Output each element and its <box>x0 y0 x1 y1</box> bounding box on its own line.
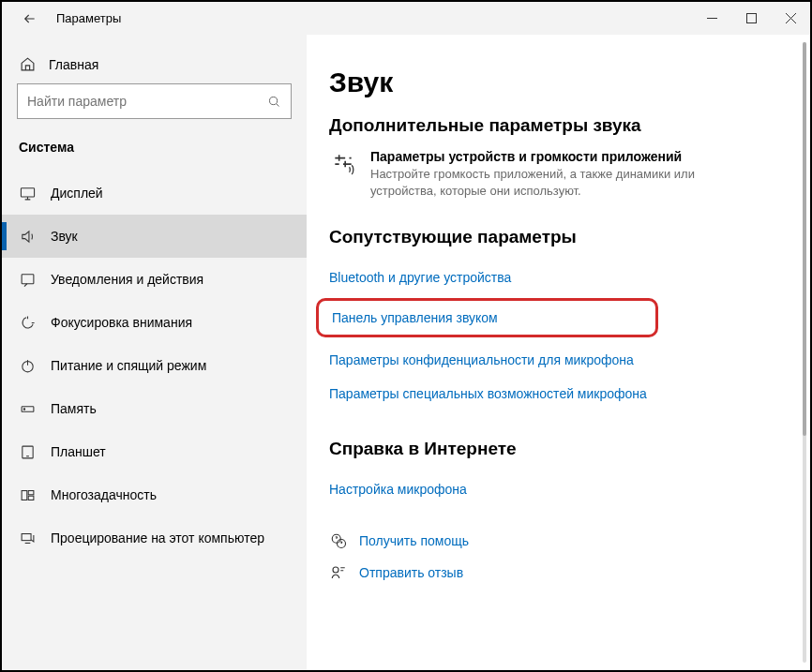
link-mic-setup[interactable]: Настройка микрофона <box>329 472 782 506</box>
svg-point-1 <box>270 97 278 104</box>
sidebar-nav: Дисплей Звук Уведомления и действия Фоку… <box>2 172 307 560</box>
sidebar-item-label: Планшет <box>51 444 106 459</box>
feedback-row[interactable]: Отправить отзыв <box>329 557 782 589</box>
svg-rect-2 <box>21 187 34 196</box>
svg-rect-3 <box>22 274 34 283</box>
sidebar-item-label: Проецирование на этот компьютер <box>51 530 264 545</box>
back-button[interactable] <box>13 2 47 36</box>
minimize-button[interactable] <box>692 2 731 35</box>
svg-rect-9 <box>28 490 34 494</box>
link-bluetooth[interactable]: Bluetooth и другие устройства <box>329 261 782 294</box>
device-settings-title: Параметры устройств и громкости приложен… <box>370 149 708 164</box>
sidebar-item-notifications[interactable]: Уведомления и действия <box>2 258 307 301</box>
sidebar-item-project[interactable]: Проецирование на этот компьютер <box>2 516 307 560</box>
arrow-left-icon <box>23 11 38 26</box>
multitask-icon <box>19 486 36 503</box>
svg-point-14 <box>333 567 338 573</box>
svg-rect-8 <box>22 490 27 500</box>
device-settings-desc: Настройте громкость приложений, а также … <box>370 166 708 199</box>
sidebar-item-label: Уведомления и действия <box>51 272 203 287</box>
search-input-container[interactable] <box>17 83 292 119</box>
sidebar-item-sound[interactable]: Звук <box>2 215 307 258</box>
sidebar-section-title: Система <box>2 134 307 172</box>
search-icon <box>267 95 281 109</box>
focus-icon <box>19 314 36 331</box>
body: Главная Система Дисплей Звук <box>2 35 810 670</box>
minimize-icon <box>707 13 717 23</box>
feedback-label: Отправить отзыв <box>359 565 463 580</box>
maximize-icon <box>746 13 757 23</box>
page-title: Звук <box>329 67 782 98</box>
get-help-label: Получить помощь <box>359 533 469 548</box>
feedback-icon <box>329 564 348 581</box>
window-title: Параметры <box>56 11 121 25</box>
home-icon <box>19 56 36 72</box>
sliders-icon <box>329 149 357 199</box>
help-icon <box>329 532 348 549</box>
tablet-icon <box>19 443 36 460</box>
home-label: Главная <box>49 57 98 72</box>
link-mic-accessibility[interactable]: Параметры специальных возможностей микро… <box>329 377 782 411</box>
storage-icon <box>19 400 36 417</box>
related-title: Сопутствующие параметры <box>329 227 782 247</box>
sound-icon <box>19 228 36 245</box>
advanced-title: Дополнительные параметры звука <box>329 115 782 136</box>
svg-rect-0 <box>746 14 756 23</box>
svg-rect-11 <box>22 533 31 540</box>
svg-point-6 <box>23 408 24 409</box>
titlebar: Параметры <box>2 2 810 35</box>
sidebar-item-label: Фокусировка внимания <box>51 315 192 330</box>
sidebar-item-storage[interactable]: Память <box>2 387 307 430</box>
sidebar-item-multitask[interactable]: Многозадачность <box>2 473 307 516</box>
sidebar-item-tablet[interactable]: Планшет <box>2 430 307 473</box>
device-settings-row[interactable]: Параметры устройств и громкости приложен… <box>329 149 782 199</box>
window-controls <box>692 2 810 35</box>
close-icon <box>786 13 796 23</box>
get-help-row[interactable]: Получить помощь <box>329 525 782 557</box>
search-wrap <box>2 83 307 134</box>
project-icon <box>19 530 36 546</box>
sidebar-item-focus[interactable]: Фокусировка внимания <box>2 301 307 344</box>
search-input[interactable] <box>27 94 267 109</box>
sidebar-item-label: Питание и спящий режим <box>51 358 206 373</box>
close-button[interactable] <box>771 2 810 35</box>
main-content: Звук Дополнительные параметры звука Пара… <box>307 35 810 670</box>
sidebar-item-label: Многозадачность <box>51 487 157 502</box>
home-nav[interactable]: Главная <box>2 49 307 83</box>
svg-rect-10 <box>28 496 34 500</box>
sidebar-item-label: Память <box>51 401 97 416</box>
sidebar: Главная Система Дисплей Звук <box>2 35 307 670</box>
maximize-button[interactable] <box>731 2 771 35</box>
sidebar-item-power[interactable]: Питание и спящий режим <box>2 344 307 387</box>
sidebar-item-display[interactable]: Дисплей <box>2 172 307 215</box>
display-icon <box>19 185 36 202</box>
scrollbar-thumb[interactable] <box>803 42 806 436</box>
notifications-icon <box>19 271 36 288</box>
device-text: Параметры устройств и громкости приложен… <box>370 149 708 199</box>
power-icon <box>19 357 36 374</box>
webhelp-title: Справка в Интернете <box>329 439 782 459</box>
link-mic-privacy[interactable]: Параметры конфиденциальности для микрофо… <box>329 343 782 377</box>
webhelp-section: Справка в Интернете Настройка микрофона <box>329 439 782 506</box>
settings-window: Параметры Главная <box>2 2 810 670</box>
link-sound-control-panel[interactable]: Панель управления звуком <box>316 298 658 337</box>
sidebar-item-label: Дисплей <box>51 186 103 201</box>
related-section: Сопутствующие параметры Bluetooth и друг… <box>329 227 782 411</box>
sidebar-item-label: Звук <box>51 229 78 244</box>
